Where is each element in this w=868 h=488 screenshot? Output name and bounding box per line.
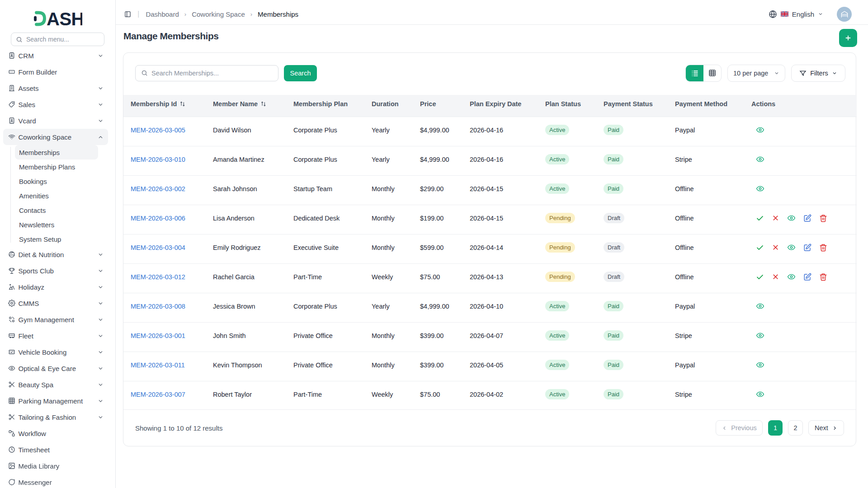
svg-text:ASH: ASH [47,9,82,29]
